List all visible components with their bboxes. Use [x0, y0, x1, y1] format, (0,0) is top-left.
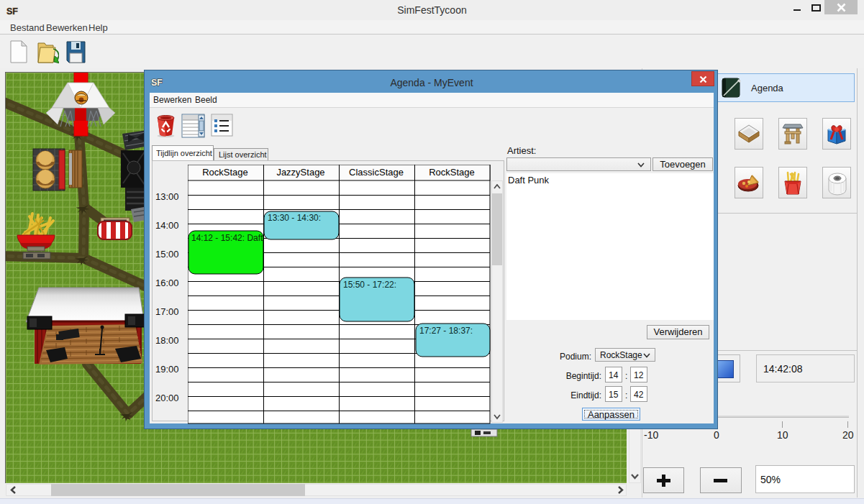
svg-text:SF: SF: [151, 78, 163, 88]
svg-text:15:50 - 17:22:: 15:50 - 17:22:: [343, 280, 396, 290]
svg-text:SF: SF: [6, 6, 18, 17]
svg-text:RockStage: RockStage: [202, 167, 248, 178]
svg-text:13:30 - 14:30:: 13:30 - 14:30:: [268, 213, 321, 223]
svg-text:17:27 - 18:37:: 17:27 - 18:37:: [419, 326, 473, 336]
svg-text:14:12 - 15:42: Daft Pu: 14:12 - 15:42: Daft Pu: [191, 233, 276, 243]
svg-text:ClassicStage: ClassicStage: [349, 167, 404, 178]
svg-text:JazzyStage: JazzyStage: [276, 167, 324, 178]
svg-text:RockStage: RockStage: [429, 167, 475, 178]
